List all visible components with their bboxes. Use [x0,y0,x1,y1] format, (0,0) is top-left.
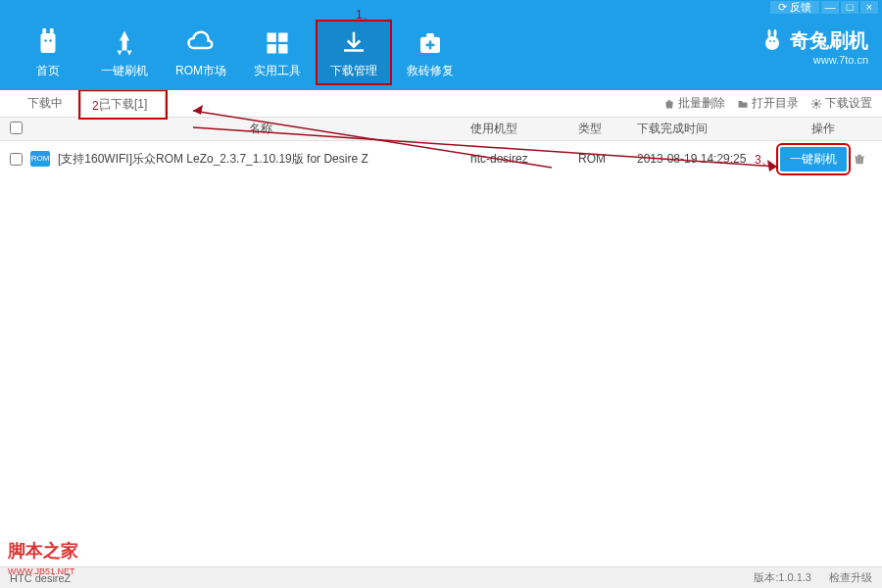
feedback-button[interactable]: ⟳ 反馈 [770,1,819,14]
toolbar: 下载中 已下载[1] 批量删除 打开目录 下载设置 [0,90,882,118]
svg-rect-6 [278,32,287,41]
rocket-icon [107,25,142,61]
download-settings-button[interactable]: 下载设置 [810,95,872,112]
table-header: 名称 使用机型 类型 下载完成时间 操作 [0,118,882,141]
folder-icon [737,98,749,110]
check-update-button[interactable]: 检查升级 [829,570,872,585]
gear-icon [810,98,822,110]
svg-rect-7 [268,44,276,53]
row-model: htc-desirez [470,152,578,166]
footer-version: 版本:1.0.1.3 [754,570,811,585]
header: 首页 一键刷机 ROM市场 实用工具 下载管理 救砖修复 奇兔刷机 www.7t… [0,14,882,90]
toolbar-right: 批量删除 打开目录 下载设置 [663,95,872,112]
medkit-icon [413,25,448,61]
watermark: 脚本之家 [8,539,78,563]
brand-name: 奇兔刷机 [790,27,868,54]
titlebar: ⟳ 反馈 — □ × [0,0,882,14]
col-model: 使用机型 [470,121,578,137]
close-button[interactable]: × [860,1,878,14]
select-all-checkbox[interactable] [10,122,23,134]
svg-point-18 [814,101,819,106]
brand-rabbit-icon [760,29,784,53]
nav-home[interactable]: 首页 [10,20,86,85]
svg-point-14 [774,29,777,37]
grid-icon [260,25,295,61]
col-name: 名称 [33,121,470,137]
col-action: 操作 [774,121,872,137]
col-time: 下载完成时间 [637,121,774,137]
rom-icon: ROM [30,151,50,167]
svg-point-13 [768,29,771,37]
footer: HTC desireZ 版本:1.0.1.3 检查升级 [0,566,882,588]
cloud-icon [183,25,219,61]
minimize-button[interactable]: — [821,1,839,14]
nav-download-manager[interactable]: 下载管理 [316,20,392,85]
open-directory-button[interactable]: 打开目录 [737,95,799,112]
rabbit-icon [30,25,66,61]
svg-point-16 [769,40,771,42]
nav-rom-market[interactable]: ROM市场 [163,20,239,85]
tab-downloading[interactable]: 下载中 [10,91,80,116]
row-name: [支持160WIFI]乐众ROM LeZo_2.3.7_1.10.19版 for… [58,151,368,168]
svg-rect-12 [426,43,435,46]
svg-rect-10 [426,33,434,38]
svg-rect-5 [268,32,276,41]
svg-rect-8 [278,44,287,53]
row-time: 2013-08-19 14:29:25 [637,152,774,166]
main-nav: 首页 一键刷机 ROM市场 实用工具 下载管理 救砖修复 [10,20,468,85]
brand: 奇兔刷机 www.7to.cn [760,27,868,66]
col-type: 类型 [578,121,637,137]
row-checkbox[interactable] [10,153,23,166]
nav-tools[interactable]: 实用工具 [239,20,316,85]
nav-repair[interactable]: 救砖修复 [392,20,468,85]
row-type: ROM [578,152,637,166]
watermark-sub: WWW.JB51.NET [8,566,75,576]
table-row: ROM [支持160WIFI]乐众ROM LeZo_2.3.7_1.10.19版… [0,141,882,176]
flash-button[interactable]: 一键刷机 [780,147,847,172]
maximize-button[interactable]: □ [841,1,858,14]
trash-icon [663,98,675,110]
svg-rect-0 [41,33,56,53]
nav-flash[interactable]: 一键刷机 [86,20,163,85]
svg-point-17 [773,40,775,42]
brand-url: www.7to.cn [760,54,868,66]
tab-downloaded[interactable]: 已下载[1] [80,91,166,118]
svg-point-4 [49,39,52,42]
batch-delete-button[interactable]: 批量删除 [663,95,725,112]
delete-icon[interactable] [853,152,866,166]
row-name-cell: ROM [支持160WIFI]乐众ROM LeZo_2.3.7_1.10.19版… [30,151,470,168]
download-icon [336,25,371,61]
svg-point-3 [44,39,47,42]
svg-point-15 [765,36,779,50]
